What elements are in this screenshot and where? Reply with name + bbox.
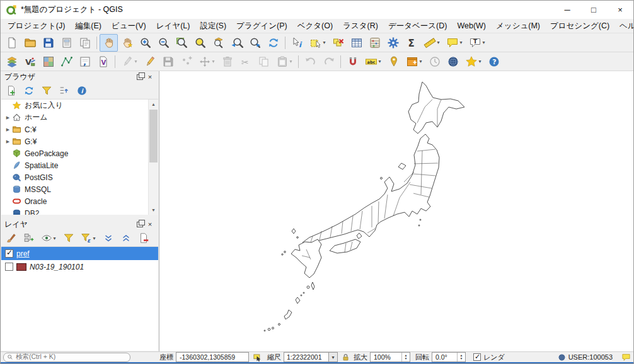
annotations-pin-button[interactable]	[384, 53, 403, 71]
filter-legend-button[interactable]	[60, 230, 77, 246]
browser-item-postgis[interactable]: PostGIS	[1, 171, 158, 183]
toggle-extents-icon[interactable]	[253, 353, 262, 362]
collapse-all-button[interactable]	[117, 230, 134, 246]
save-project-button[interactable]	[39, 34, 57, 52]
browser-refresh-button[interactable]	[20, 82, 37, 99]
layer-item-pref[interactable]: pref	[1, 247, 158, 260]
browser-item-db2[interactable]: DB2	[1, 207, 158, 215]
zoom-to-selection-button[interactable]	[191, 34, 209, 52]
menu-database[interactable]: データベース(D)	[383, 20, 452, 33]
browser-item-oracle[interactable]: Oracle	[1, 195, 158, 207]
scroll-up-icon[interactable]	[149, 100, 158, 109]
browser-item-geopackage[interactable]: GeoPackage	[1, 147, 158, 159]
annotation-button[interactable]	[443, 34, 466, 52]
add-group-button[interactable]	[20, 230, 37, 246]
menu-project[interactable]: プロジェクト(J)	[3, 20, 70, 33]
copy-features-button[interactable]	[255, 53, 273, 71]
pan-map-button[interactable]	[100, 34, 118, 52]
render-checkbox[interactable]	[473, 353, 481, 361]
menu-vector[interactable]: ベクタ(O)	[292, 20, 338, 33]
menu-view[interactable]: ビュー(V)	[107, 20, 151, 33]
browser-item-favorites[interactable]: お気に入り	[1, 100, 158, 111]
open-layer-styling-button[interactable]	[3, 230, 20, 246]
manage-map-themes-button[interactable]	[38, 230, 59, 246]
move-feature-button[interactable]	[195, 53, 218, 71]
menu-layer[interactable]: レイヤ(L)	[151, 20, 195, 33]
add-feature-button[interactable]	[177, 53, 195, 71]
menu-settings[interactable]: 設定(S)	[195, 20, 231, 33]
layer-visibility-checkbox[interactable]	[5, 263, 13, 271]
lock-scale-icon[interactable]	[342, 353, 350, 361]
zoom-in-button[interactable]	[136, 34, 154, 52]
toggle-editing-button[interactable]	[141, 53, 159, 71]
maximize-button[interactable]: □	[580, 1, 607, 19]
zoom-next-button[interactable]	[246, 34, 264, 52]
help-button[interactable]	[485, 53, 503, 71]
refresh-map-button[interactable]	[264, 34, 282, 52]
layer-visibility-checkbox[interactable]	[5, 249, 13, 258]
cut-features-button[interactable]	[236, 53, 255, 71]
browser-close-button[interactable]: ×	[145, 72, 155, 81]
menu-processing[interactable]: プロセシング(C)	[545, 20, 614, 33]
layer-item-n03-19-190101[interactable]: N03-19_190101	[1, 260, 158, 273]
new-map-view-button[interactable]	[403, 53, 425, 71]
browser-item-g-drive[interactable]: ▶G:¥	[1, 135, 158, 147]
new-project-button[interactable]	[3, 34, 21, 52]
layers-float-button[interactable]	[135, 220, 145, 229]
layout-manager-button[interactable]	[76, 34, 94, 52]
measure-button[interactable]	[420, 34, 443, 52]
rotation-spinbox[interactable]: 0.0°	[432, 352, 466, 362]
browser-scrollbar[interactable]	[148, 100, 158, 215]
add-vector-layer-button[interactable]	[21, 53, 39, 71]
identify-features-button[interactable]	[288, 34, 306, 52]
menu-edit[interactable]: 編集(E)	[70, 20, 107, 33]
open-project-button[interactable]	[21, 34, 39, 52]
coordinate-input[interactable]: -1360302,1305859	[176, 352, 249, 362]
browser-item-c-drive[interactable]: ▶C:¥	[1, 123, 158, 135]
open-attribute-table-button[interactable]	[347, 34, 366, 52]
spin-down-icon[interactable]	[460, 357, 463, 360]
snapping-options-button[interactable]	[343, 53, 362, 71]
expander-icon[interactable]: ▶	[4, 127, 11, 132]
redo-button[interactable]	[320, 53, 338, 71]
processing-toolbox-button[interactable]	[384, 34, 402, 52]
spin-down-icon[interactable]	[405, 357, 408, 360]
expander-icon[interactable]: ▶	[4, 139, 11, 144]
magnifier-spinbox[interactable]: 100%	[370, 352, 410, 362]
labeling-button[interactable]	[362, 53, 384, 71]
minimize-button[interactable]: ─	[554, 1, 580, 19]
browser-add-layer-button[interactable]	[3, 82, 20, 99]
expand-all-button[interactable]	[100, 230, 117, 246]
menu-mesh[interactable]: メッシュ(M)	[491, 20, 545, 33]
temporal-controller-button[interactable]	[425, 53, 444, 71]
scroll-down-icon[interactable]	[149, 205, 158, 215]
expander-icon[interactable]: ▶	[4, 115, 11, 120]
menu-web[interactable]: Web(W)	[452, 20, 491, 31]
undo-button[interactable]	[301, 53, 320, 71]
filter-by-expression-button[interactable]	[78, 230, 99, 246]
delete-selected-button[interactable]	[218, 53, 236, 71]
zoom-to-layer-button[interactable]	[209, 34, 228, 52]
add-delimited-text-button[interactable]	[76, 53, 94, 71]
new-shapefile-button[interactable]	[94, 53, 112, 71]
new-print-layout-button[interactable]	[57, 34, 76, 52]
layers-close-button[interactable]: ×	[145, 220, 155, 229]
zoom-last-button[interactable]	[228, 34, 246, 52]
current-edits-button[interactable]	[118, 53, 141, 71]
zoom-out-button[interactable]	[154, 34, 173, 52]
remove-layer-button[interactable]	[135, 230, 152, 246]
close-button[interactable]: ×	[607, 1, 633, 19]
browser-item-home[interactable]: ▶ホーム	[1, 111, 158, 123]
field-calculator-button[interactable]	[366, 34, 384, 52]
menu-plugins[interactable]: プラグイン(P)	[231, 20, 292, 33]
spin-arrows[interactable]	[457, 353, 465, 361]
add-mesh-layer-button[interactable]	[57, 53, 76, 71]
browser-item-mssql[interactable]: MSSQL	[1, 183, 158, 195]
chevron-down-icon[interactable]	[328, 353, 337, 361]
crs-status-button[interactable]: USER:100053	[558, 353, 613, 361]
menu-raster[interactable]: ラスタ(R)	[338, 20, 383, 33]
paste-features-button[interactable]	[273, 53, 296, 71]
search-input[interactable]: 検索(Ctrl + K)	[3, 353, 130, 362]
save-edits-button[interactable]	[159, 53, 177, 71]
pan-to-selection-button[interactable]	[118, 34, 136, 52]
